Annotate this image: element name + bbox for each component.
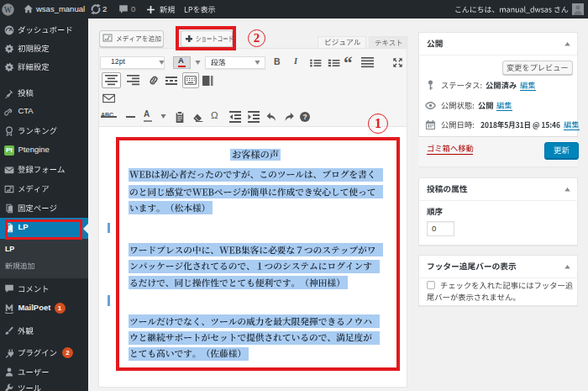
- svg-text:?: ?: [302, 113, 307, 121]
- svg-text:W: W: [4, 5, 12, 13]
